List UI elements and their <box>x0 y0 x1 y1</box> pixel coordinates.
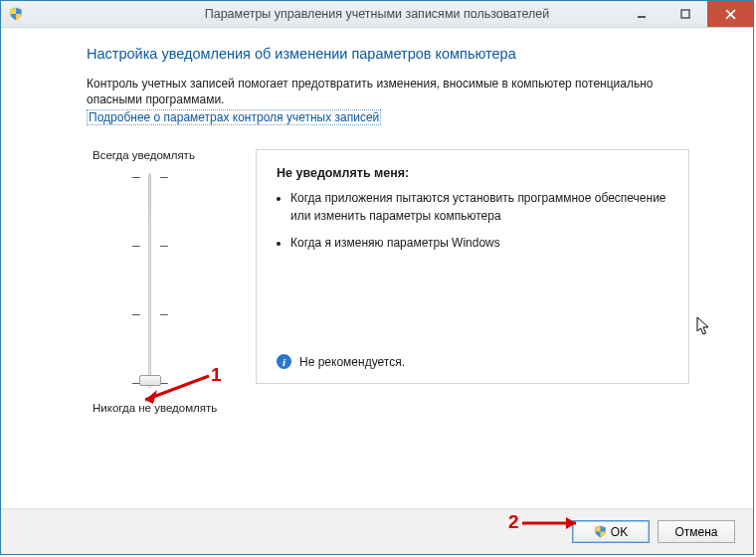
slider-tick: – <box>132 306 140 320</box>
page-description: Контроль учетных записей помогает предот… <box>87 76 693 107</box>
info-icon: i <box>277 354 291 369</box>
svg-rect-1 <box>681 10 689 18</box>
slider-tick: – <box>132 169 140 183</box>
slider-label-bottom: Никогда не уведомлять <box>93 402 256 414</box>
slider-label-top: Всегда уведомлять <box>93 149 256 161</box>
slider-tick: – <box>132 238 140 252</box>
uac-settings-window: Параметры управления учетными записями п… <box>0 0 754 555</box>
info-title: Не уведомлять меня: <box>277 166 670 180</box>
slider-tick: – <box>160 169 168 183</box>
info-list: Когда приложения пытаются установить про… <box>290 190 670 262</box>
uac-slider[interactable]: – – – – – – – – <box>112 171 162 390</box>
slider-column: Всегда уведомлять – – – – – – – – Никогд… <box>87 149 256 414</box>
svg-rect-0 <box>638 16 646 18</box>
window-buttons <box>620 1 753 27</box>
shield-icon <box>594 525 607 538</box>
info-panel: Не уведомлять меня: Когда приложения пыт… <box>256 149 689 384</box>
ok-button[interactable]: OK <box>572 520 650 543</box>
shield-icon <box>9 7 23 21</box>
info-item: Когда приложения пытаются установить про… <box>290 190 670 225</box>
footer-bar: OK Отмена <box>1 508 753 554</box>
slider-track <box>148 173 151 388</box>
recommendation-row: i Не рекомендуется. <box>277 354 670 369</box>
info-item: Когда я изменяю параметры Windows <box>290 235 670 252</box>
slider-tick: – <box>160 238 168 252</box>
ok-label: OK <box>611 525 628 539</box>
cancel-button[interactable]: Отмена <box>658 520 735 543</box>
slider-thumb[interactable] <box>139 375 161 386</box>
slider-tick: – <box>160 306 168 320</box>
minimize-button[interactable] <box>620 1 663 27</box>
titlebar: Параметры управления учетными записями п… <box>1 1 753 28</box>
recommendation-text: Не рекомендуется. <box>299 355 405 369</box>
page-heading: Настройка уведомления об изменении парам… <box>87 46 693 62</box>
slider-tick: – <box>160 375 168 389</box>
maximize-button[interactable] <box>663 1 707 27</box>
cancel-label: Отмена <box>674 525 717 539</box>
slider-area: Всегда уведомлять – – – – – – – – Никогд… <box>87 149 693 414</box>
content-area: Настройка уведомления об изменении парам… <box>1 28 753 508</box>
learn-more-link[interactable]: Подробнее о параметрах контроля учетных … <box>87 109 381 125</box>
close-button[interactable] <box>707 1 753 27</box>
